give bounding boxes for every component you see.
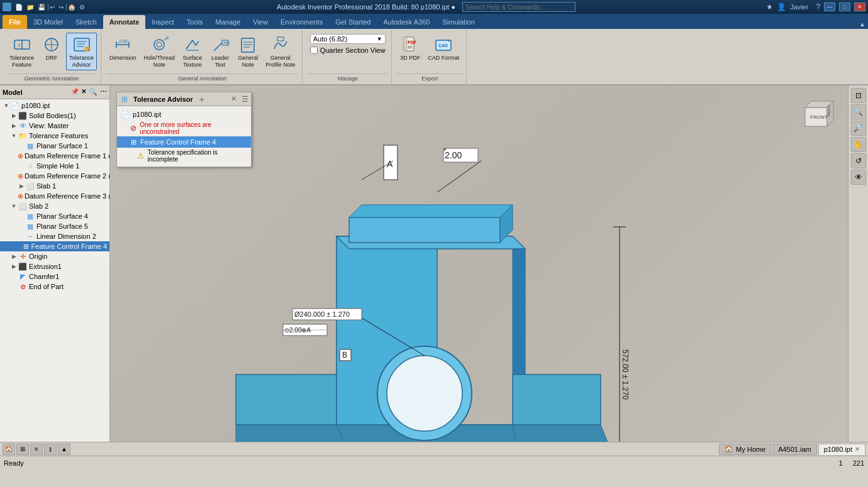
pan-button[interactable]: ✋	[851, 137, 866, 152]
help-icon[interactable]: ?	[816, 3, 820, 11]
view-cube[interactable]: FRONT RIGHT	[793, 92, 843, 142]
tab-annotate[interactable]: Annotate	[103, 15, 146, 29]
undo-icon[interactable]: ↩	[48, 4, 56, 11]
tree-item-datum-ref-2[interactable]: ⊕ Datum Reference Frame 2 (A	[0, 171, 109, 181]
auto-dropdown[interactable]: Auto (6.82) ▼	[310, 34, 386, 44]
drf-button[interactable]: DRF	[38, 33, 65, 63]
surface-texture-button[interactable]: SurfaceTexture	[179, 33, 206, 70]
tab-simulation[interactable]: Simulation	[436, 15, 481, 29]
search-input[interactable]	[462, 2, 576, 12]
tab-file[interactable]: File	[3, 15, 27, 29]
model-close-icon[interactable]: ✕	[81, 88, 86, 96]
ta-panel-close-button[interactable]: ✕	[229, 95, 238, 104]
nav-split-icon[interactable]: ⫿	[44, 444, 57, 455]
tolerance-advisor-button[interactable]: ! ToleranceAdvisor	[66, 33, 97, 70]
tree-item-planar-surface-1[interactable]: ▦ Planar Surface 1	[0, 141, 109, 151]
tab-manage[interactable]: Manage	[209, 15, 247, 29]
p1080-tab-close-icon[interactable]: ✕	[855, 446, 860, 452]
nav-grid-icon[interactable]: ⊞	[16, 444, 29, 455]
bookmark-icon[interactable]: ★	[766, 3, 773, 11]
tab-environments[interactable]: Environments	[274, 15, 329, 29]
ta-item-warning[interactable]: ⚠ Tolerance specification is incomplete	[117, 148, 251, 164]
tree-item-linear-dim-2[interactable]: ↔ Linear Dimension 2	[0, 231, 109, 241]
file-icon[interactable]: 📄	[14, 4, 24, 11]
save-icon[interactable]: 💾	[36, 4, 47, 11]
viewport[interactable]: ⊞ Tolerance Advisor + ✕ ☰ 📄 p1080.ipt ⊘ …	[110, 85, 868, 442]
folder-icon[interactable]: 📁	[25, 4, 35, 11]
ta-item-error[interactable]: ⊘ One or more surfaces are unconstrained	[117, 120, 251, 136]
expand-p1080[interactable]: ▼	[3, 102, 10, 109]
tab-sketch[interactable]: Sketch	[69, 15, 103, 29]
ta-item-file[interactable]: 📄 p1080.ipt	[117, 109, 251, 120]
general-profile-note-button[interactable]: GeneralProfile Note	[262, 33, 298, 70]
tree-label-chamfer1: Chamfer1	[29, 273, 59, 280]
tab-view[interactable]: View	[247, 15, 274, 29]
tab-expand-icon[interactable]: ▲	[859, 21, 865, 28]
tree-item-planar-surface-5[interactable]: ▦ Planar Surface 5	[0, 221, 109, 231]
zoom-out-button[interactable]: 🔎	[851, 121, 866, 136]
expand-extrusion1[interactable]: ▶	[10, 263, 18, 270]
expand-solid-bodies[interactable]: ▶	[10, 112, 18, 119]
look-at-button[interactable]: 👁	[851, 170, 866, 185]
tree-item-origin[interactable]: ▶ ✛ Origin	[0, 251, 109, 261]
tree-item-view-master[interactable]: ▶ 👁 View: Master	[0, 121, 109, 131]
cad-format-button[interactable]: CAD CAD Format	[425, 33, 462, 63]
tab-tools[interactable]: Tools	[181, 15, 209, 29]
model-options-icon[interactable]: ⋯	[100, 88, 107, 96]
tab-inspect[interactable]: Inspect	[145, 15, 180, 29]
tree-item-chamfer1[interactable]: ◤ Chamfer1	[0, 271, 109, 282]
settings-icon[interactable]: ⚙	[78, 4, 86, 11]
bottom-tab-myhome[interactable]: 🏠 My Home	[719, 444, 771, 455]
home-icon[interactable]: 🏠	[66, 4, 77, 11]
tolerance-advisor-tab[interactable]: Tolerance Advisor	[133, 96, 193, 103]
quarter-section-checkbox[interactable]	[310, 47, 318, 54]
tree-item-simple-hole-1[interactable]: ○ Simple Hole 1	[0, 161, 109, 171]
ta-item-fcf[interactable]: ⊞ Feature Control Frame 4	[117, 136, 251, 148]
nav-list-icon[interactable]: ≡	[30, 444, 43, 455]
expand-slab-2[interactable]: ▼	[10, 203, 18, 209]
model-pin-icon[interactable]: 📌	[71, 88, 79, 96]
expand-tolerance-features[interactable]: ▼	[10, 133, 18, 139]
expand-origin[interactable]: ▶	[10, 253, 18, 260]
ta-panel-menu-icon[interactable]: ☰	[242, 95, 248, 104]
general-annotation-content: 2.00 Dimension Ø Hole/ThreadNote	[106, 31, 298, 74]
tree-item-fcf-4[interactable]: ⊞ Feature Control Frame 4	[0, 241, 109, 251]
zoom-fit-button[interactable]: ⊡	[851, 88, 866, 103]
tree-item-end-of-part[interactable]: ⊘ End of Part	[0, 282, 109, 292]
nav-home-icon[interactable]: 🏠	[3, 444, 15, 455]
redo-icon[interactable]: ↪	[57, 4, 65, 11]
orbit-button[interactable]: ↺	[851, 153, 866, 168]
tab-get-started[interactable]: Get Started	[329, 15, 377, 29]
3dpdf-button[interactable]: PDF 3D 3D PDF	[397, 33, 423, 63]
tolerance-feature-button[interactable]: T ToleranceFeature	[6, 33, 37, 70]
tree-item-solid-bodies[interactable]: ▶ ⬛ Solid Bodies(1)	[0, 111, 109, 121]
bottom-tab-a4501[interactable]: A4501.iam	[772, 444, 817, 455]
expand-slab-1[interactable]: ▶	[18, 183, 25, 189]
tree-item-datum-ref-1[interactable]: ⊕ Datum Reference Frame 1 (A	[0, 151, 109, 161]
dimension-button[interactable]: 2.00 Dimension	[106, 33, 140, 63]
tree-item-datum-ref-3[interactable]: ⊕ Datum Reference Frame 3 (A	[0, 191, 109, 201]
expand-view-master[interactable]: ▶	[10, 123, 18, 129]
tree-label-p1080: p1080.ipt	[21, 102, 50, 109]
minimize-button[interactable]: —	[824, 3, 835, 11]
tab-3dmodel[interactable]: 3D Model	[27, 15, 69, 29]
bottom-tab-p1080[interactable]: p1080.ipt ✕	[818, 444, 865, 455]
close-button[interactable]: ✕	[854, 3, 865, 11]
general-note-button[interactable]: GeneralNote	[235, 33, 261, 70]
tree-item-slab-2[interactable]: ▼ ⬜ Slab 2	[0, 201, 109, 211]
tree-item-p1080[interactable]: ▼ 📄 p1080.ipt	[0, 101, 109, 111]
leader-text-button[interactable]: ABC LeaderText	[207, 33, 233, 70]
hole-thread-note-button[interactable]: Ø Hole/ThreadNote	[141, 33, 179, 70]
nav-up-icon[interactable]: ▲	[58, 444, 70, 455]
geometric-annotation-group: T ToleranceFeature DRF	[3, 30, 101, 84]
zoom-in-button[interactable]: 🔍	[851, 104, 866, 119]
ta-panel-add-icon[interactable]: +	[199, 94, 204, 104]
tree-item-planar-surface-4[interactable]: ▦ Planar Surface 4	[0, 211, 109, 221]
maximize-button[interactable]: □	[839, 3, 850, 11]
model-search-icon[interactable]: 🔍	[89, 88, 97, 96]
tree-item-extrusion1[interactable]: ▶ ⬛ Extrusion1	[0, 261, 109, 271]
tree-item-tolerance-features[interactable]: ▼ 📁 Tolerance Features	[0, 131, 109, 141]
user-icon[interactable]: 👤	[777, 3, 786, 11]
tree-item-slab-1[interactable]: ▶ ⬜ Slab 1	[0, 181, 109, 191]
tab-autodesk-a360[interactable]: Autodesk A360	[377, 15, 436, 29]
